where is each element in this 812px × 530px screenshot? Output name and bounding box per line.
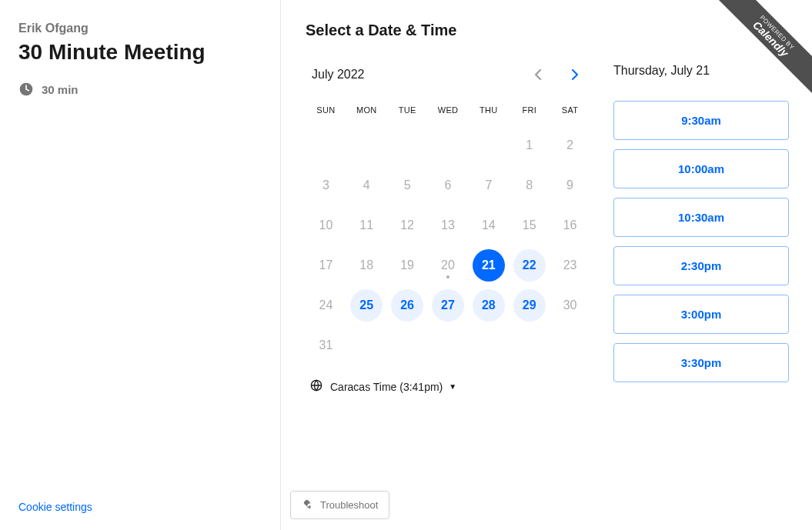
calendar-cell: 11 xyxy=(346,205,387,245)
calendar-day: 13 xyxy=(432,209,464,242)
page-title: Select a Date & Time xyxy=(306,22,789,39)
timeslot-button[interactable]: 3:00pm xyxy=(613,295,789,334)
calendar-cell: 17 xyxy=(306,245,346,285)
calendar-dow: FRI xyxy=(509,98,550,125)
calendar-cell: 10 xyxy=(306,205,346,245)
chevron-left-icon xyxy=(534,68,542,81)
calendar-cell: 18 xyxy=(346,245,387,285)
timeslot-button[interactable]: 3:30pm xyxy=(613,343,789,382)
timeslots-column: Thursday, July 21 9:30am10:00am10:30am2:… xyxy=(613,62,789,394)
chevron-right-icon xyxy=(571,68,579,81)
duration-text: 30 min xyxy=(42,83,79,96)
calendar-month-label: July 2022 xyxy=(312,68,365,82)
calendar-cell: 29 xyxy=(509,285,550,325)
calendar-cell xyxy=(509,325,550,365)
calendar-day: 23 xyxy=(554,249,586,282)
calendar-cell: 14 xyxy=(468,205,509,245)
sidebar: Erik Ofgang 30 Minute Meeting 30 min Coo… xyxy=(0,0,281,530)
calendar-cell: 13 xyxy=(428,205,469,245)
calendar-cell: 28 xyxy=(468,285,509,325)
calendar-cell xyxy=(387,325,428,365)
selected-date-label: Thursday, July 21 xyxy=(613,62,789,78)
calendar-cell: 19 xyxy=(387,245,428,285)
calendar-dow: TUE xyxy=(387,98,428,125)
calendar-day: 31 xyxy=(309,329,342,362)
calendar-cell: 20 xyxy=(428,245,469,285)
main-panel: Select a Date & Time July 2022 SUNMONTUE… xyxy=(281,0,812,530)
calendar-dow: MON xyxy=(346,98,387,125)
calendar-cell: 31 xyxy=(306,325,346,365)
calendar-day: 14 xyxy=(473,209,505,242)
calendar-day[interactable]: 27 xyxy=(432,289,464,322)
calendar-day[interactable]: 26 xyxy=(391,289,423,322)
clock-icon xyxy=(18,82,34,97)
timezone-selector[interactable]: Caracas Time (3:41pm) ▼ xyxy=(306,379,590,394)
calendar-day: 1 xyxy=(513,129,546,162)
calendar-day[interactable]: 22 xyxy=(513,249,546,282)
timeslot-button[interactable]: 10:30am xyxy=(613,198,789,237)
chevron-down-icon: ▼ xyxy=(449,382,456,391)
calendar-day: 3 xyxy=(309,169,342,202)
timeslot-button[interactable]: 2:30pm xyxy=(613,246,789,285)
next-month-button[interactable] xyxy=(563,62,587,87)
calendar-day: 7 xyxy=(473,169,505,202)
timeslot-button[interactable]: 10:00am xyxy=(613,149,789,188)
prev-month-button[interactable] xyxy=(526,62,550,87)
calendar-day: 17 xyxy=(309,249,342,282)
calendar-cell: 23 xyxy=(550,245,590,285)
troubleshoot-button[interactable]: Troubleshoot xyxy=(290,491,389,519)
calendar-day[interactable]: 28 xyxy=(473,289,505,322)
calendar-cell: 15 xyxy=(509,205,550,245)
timeslot-button[interactable]: 9:30am xyxy=(613,101,789,140)
calendar-cell xyxy=(387,125,428,165)
calendar-day: 4 xyxy=(350,169,383,202)
calendar-cell xyxy=(468,125,509,165)
calendar-day: 18 xyxy=(350,249,383,282)
calendar-cell xyxy=(468,325,509,365)
calendar-cell: 4 xyxy=(346,165,387,205)
calendar-cell xyxy=(346,125,387,165)
calendar-cell: 22 xyxy=(509,245,550,285)
timezone-label: Caracas Time (3:41pm) xyxy=(330,381,443,393)
calendar-cell: 5 xyxy=(387,165,428,205)
calendar-day: 6 xyxy=(432,169,464,202)
calendar-day: 12 xyxy=(391,209,423,242)
calendar-cell: 6 xyxy=(428,165,469,205)
calendar-day[interactable]: 21 xyxy=(473,249,505,282)
calendar-dow: SAT xyxy=(550,98,590,125)
calendar-cell xyxy=(428,125,469,165)
calendar-day: 16 xyxy=(554,209,586,242)
calendar-day: 20 xyxy=(432,249,464,282)
calendar-cell: 25 xyxy=(346,285,387,325)
globe-icon xyxy=(310,379,322,394)
wrench-icon xyxy=(302,498,314,512)
meeting-title: 30 Minute Meeting xyxy=(18,40,257,65)
calendar-day: 19 xyxy=(391,249,423,282)
calendar-cell: 7 xyxy=(468,165,509,205)
calendar-day[interactable]: 25 xyxy=(350,289,383,322)
calendar-cell: 8 xyxy=(509,165,550,205)
calendar-cell xyxy=(346,325,387,365)
calendar-day: 8 xyxy=(513,169,546,202)
calendar-day: 9 xyxy=(554,169,586,202)
today-indicator xyxy=(446,275,449,278)
calendar-day: 30 xyxy=(554,289,586,322)
calendar-cell: 12 xyxy=(387,205,428,245)
cookie-settings-link[interactable]: Cookie settings xyxy=(18,501,92,513)
calendar-dow: WED xyxy=(428,98,469,125)
calendar-cell: 21 xyxy=(468,245,509,285)
host-name: Erik Ofgang xyxy=(18,22,257,35)
calendar-day: 15 xyxy=(513,209,546,242)
calendar-cell: 26 xyxy=(387,285,428,325)
calendar-day: 2 xyxy=(554,129,586,162)
calendar-cell: 27 xyxy=(428,285,469,325)
calendar-cell xyxy=(428,325,469,365)
calendar-day[interactable]: 29 xyxy=(513,289,546,322)
troubleshoot-label: Troubleshoot xyxy=(320,499,378,511)
duration-row: 30 min xyxy=(18,82,257,97)
calendar-cell: 2 xyxy=(550,125,590,165)
calendar-cell: 3 xyxy=(306,165,346,205)
calendar-cell xyxy=(550,325,590,365)
calendar-cell xyxy=(306,125,346,165)
calendar-day: 24 xyxy=(309,289,342,322)
